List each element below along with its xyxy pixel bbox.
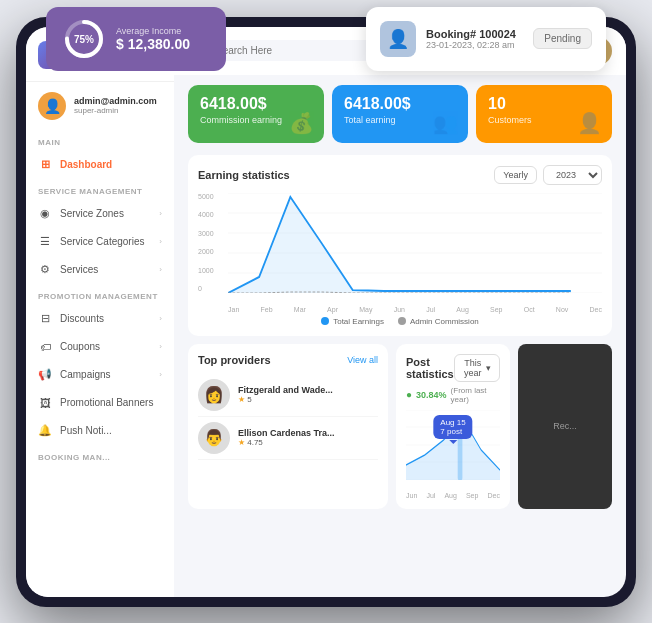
sidebar-item-dashboard[interactable]: ⊞ Dashboard <box>26 151 174 179</box>
coupons-icon: 🏷 <box>38 340 52 354</box>
booking-status-badge[interactable]: Pending <box>533 28 592 49</box>
customers-icon: 👤 <box>577 111 602 135</box>
booking-card: 👤 Booking# 100024 23-01-2023, 02:28 am P… <box>366 7 606 71</box>
sidebar-item-label: Service Categories <box>60 236 144 247</box>
income-circle-progress: 75% <box>62 17 106 61</box>
nav-label-service: SERVICE MANAGEMENT <box>26 179 174 200</box>
sidebar-item-label: Service Zones <box>60 208 124 219</box>
post-stats-header: Post statistics This year ▾ <box>406 354 500 382</box>
chart-x-labels: Jan Feb Mar Apr May Jun Jul Aug Sep Oct … <box>228 306 602 313</box>
income-info: Average Income $ 12,380.00 <box>116 26 190 52</box>
chart-svg-area <box>228 193 602 293</box>
nav-label-main: MAIN <box>26 130 174 151</box>
income-value: $ 12,380.00 <box>116 36 190 52</box>
income-card: 75% Average Income $ 12,380.00 <box>46 7 226 71</box>
rec-label: Rec... <box>553 421 577 431</box>
chevron-right-icon: › <box>159 265 162 274</box>
service-categories-icon: ☰ <box>38 235 52 249</box>
booking-date: 23-01-2023, 02:28 am <box>426 40 523 50</box>
stats-row: 6418.00$ Commission earning 💰 6418.00$ T… <box>188 85 612 143</box>
sidebar-item-promotional-banners[interactable]: 🖼 Promotional Banners <box>26 389 174 417</box>
yearly-filter-button[interactable]: Yearly <box>494 166 537 184</box>
this-year-button[interactable]: This year ▾ <box>454 354 500 382</box>
provider-item-2: 👨 Ellison Cardenas Tra... ★ 4.75 <box>198 417 378 460</box>
sidebar-item-label: Coupons <box>60 341 100 352</box>
total-earning-icon: 👥 <box>433 111 458 135</box>
providers-card: Top providers View all 👩 Fitzgerald and … <box>188 344 388 509</box>
user-avatar: 👤 <box>38 92 66 120</box>
legend-admin-commission: Admin Commission <box>398 317 479 326</box>
stat-card-commission: 6418.00$ Commission earning 💰 <box>188 85 324 143</box>
chevron-right-icon: › <box>159 209 162 218</box>
sidebar-item-label: Push Noti... <box>60 425 112 436</box>
provider-stars-1: ★ 5 <box>238 395 333 404</box>
year-select[interactable]: 2023 <box>543 165 602 185</box>
user-profile: 👤 admin@admin.com super-admin <box>26 82 174 130</box>
dashboard-icon: ⊞ <box>38 158 52 172</box>
post-stats-title: Post statistics <box>406 356 454 380</box>
nav-label-promotion: PROMOTION MANAGEMENT <box>26 284 174 305</box>
banners-icon: 🖼 <box>38 396 52 410</box>
recommendations-area: Rec... <box>518 344 612 509</box>
providers-view-all[interactable]: View all <box>347 355 378 365</box>
growth-up-icon: ● <box>406 389 412 400</box>
legend-dot-grey <box>398 317 406 325</box>
sidebar-item-discounts[interactable]: ⊟ Discounts › <box>26 305 174 333</box>
sidebar-item-label: Discounts <box>60 313 104 324</box>
sidebar-item-label: Promotional Banners <box>60 397 153 408</box>
sidebar: ☁ Hyperlocal Cloud 👤 admin@admin.com sup… <box>26 27 174 597</box>
user-email: admin@admin.com <box>74 96 157 106</box>
provider-info-1: Fitzgerald and Wade... ★ 5 <box>238 385 333 404</box>
provider-item-1: 👩 Fitzgerald and Wade... ★ 5 <box>198 374 378 417</box>
push-notification-icon: 🔔 <box>38 424 52 438</box>
screen: ☁ Hyperlocal Cloud 👤 admin@admin.com sup… <box>26 27 626 597</box>
legend-total-earnings: Total Earnings <box>321 317 384 326</box>
sidebar-item-label: Campaigns <box>60 369 111 380</box>
tooltip-value: 7 post <box>440 427 465 436</box>
device-frame: 75% Average Income $ 12,380.00 👤 Booking… <box>16 17 636 607</box>
booking-number: Booking# 100024 <box>426 28 523 40</box>
booking-avatar: 👤 <box>380 21 416 57</box>
provider-avatar-2: 👨 <box>198 422 230 454</box>
sidebar-item-label: Services <box>60 264 98 275</box>
post-stats-card: Post statistics This year ▾ ● 30.84% (Fr… <box>396 344 510 509</box>
sidebar-item-campaigns[interactable]: 📢 Campaigns › <box>26 361 174 389</box>
chevron-right-icon: › <box>159 370 162 379</box>
chart-y-labels: 5000 4000 3000 2000 1000 0 <box>198 193 226 293</box>
commission-icon: 💰 <box>289 111 314 135</box>
campaigns-icon: 📢 <box>38 368 52 382</box>
sidebar-item-push-notifications[interactable]: 🔔 Push Noti... <box>26 417 174 445</box>
services-icon: ⚙ <box>38 263 52 277</box>
legend-dot-blue <box>321 317 329 325</box>
nav-label-booking: BOOKING MAN... <box>26 445 174 466</box>
post-x-labels: Jun Jul Aug Sep Dec <box>406 492 500 499</box>
sidebar-item-label: Dashboard <box>60 159 112 170</box>
stat-card-customers: 10 Customers 👤 <box>476 85 612 143</box>
stat-card-total-earning: 6418.00$ Total earning 👥 <box>332 85 468 143</box>
user-info: admin@admin.com super-admin <box>74 96 157 115</box>
earning-chart-container: 5000 4000 3000 2000 1000 0 <box>198 193 602 313</box>
post-chart-container: Aug 15 7 post <box>406 410 500 490</box>
provider-info-2: Ellison Cardenas Tra... ★ 4.75 <box>238 428 335 447</box>
sidebar-item-services[interactable]: ⚙ Services › <box>26 256 174 284</box>
sidebar-item-service-zones[interactable]: ◉ Service Zones › <box>26 200 174 228</box>
income-label: Average Income <box>116 26 190 36</box>
income-percent: 75% <box>74 33 94 44</box>
chevron-right-icon: › <box>159 342 162 351</box>
chart-tooltip: Aug 15 7 post <box>433 415 472 439</box>
growth-badge: ● 30.84% (From last year) <box>406 386 500 404</box>
sidebar-item-coupons[interactable]: 🏷 Coupons › <box>26 333 174 361</box>
provider-avatar-1: 👩 <box>198 379 230 411</box>
providers-card-header: Top providers View all <box>198 354 378 366</box>
svg-marker-8 <box>228 197 571 293</box>
chevron-down-icon: ▾ <box>486 363 491 373</box>
provider-name-1: Fitzgerald and Wade... <box>238 385 333 395</box>
user-role: super-admin <box>74 106 157 115</box>
chart-title: Earning statistics <box>198 169 290 181</box>
main-content: 🔍 🚩 3 👤 6418.00$ Commission <box>174 27 626 597</box>
top-overlay: 75% Average Income $ 12,380.00 👤 Booking… <box>16 7 636 71</box>
earning-chart-section: Earning statistics Yearly 2023 5000 4000 <box>188 155 612 336</box>
chevron-right-icon: › <box>159 314 162 323</box>
sidebar-item-service-categories[interactable]: ☰ Service Categories › <box>26 228 174 256</box>
tooltip-date: Aug 15 <box>440 418 465 427</box>
